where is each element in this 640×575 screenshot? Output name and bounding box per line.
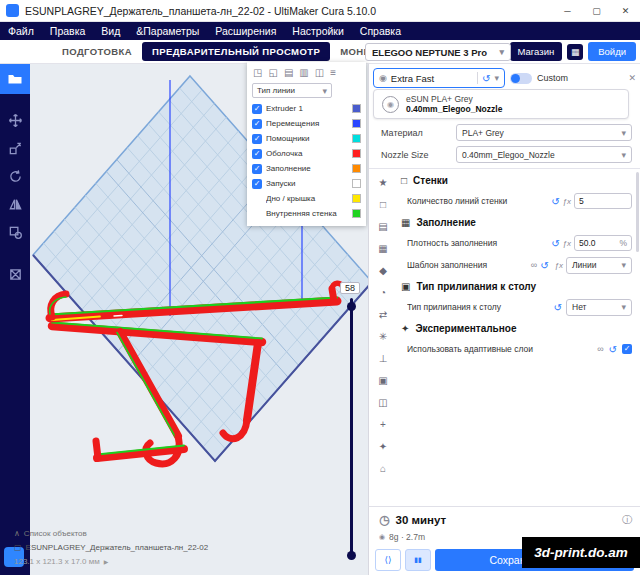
close-panel-icon[interactable]: ✕ bbox=[628, 73, 636, 83]
pause-button[interactable]: ▮▮ bbox=[405, 549, 431, 571]
color-swatch bbox=[352, 134, 361, 143]
setting-adhesion-type: Тип прилипания к столу ↺ Нет ▾ bbox=[407, 298, 632, 316]
menu-help[interactable]: Справка bbox=[360, 25, 401, 37]
category-icon-support[interactable]: ⊥ bbox=[379, 352, 388, 365]
per-model-settings-tool[interactable] bbox=[0, 218, 30, 246]
revert-icon[interactable]: ↺ bbox=[551, 238, 559, 249]
adhesion-type-dropdown[interactable]: Нет ▾ bbox=[566, 299, 632, 316]
custom-mode-toggle[interactable] bbox=[510, 73, 532, 84]
sign-in-button[interactable]: Войди bbox=[588, 42, 636, 61]
tool-sidebar bbox=[0, 64, 30, 575]
object-dimensions: 123.1 x 121.3 x 17.0 мм ▶ bbox=[14, 554, 208, 568]
info-icon[interactable]: ⓘ bbox=[622, 513, 632, 527]
legend-checkbox[interactable]: ✓ bbox=[252, 149, 262, 159]
color-scheme-selector[interactable]: Тип линии ▾ bbox=[252, 83, 332, 98]
object-list-item[interactable]: ▢ ESUNPLAGREY_Держатель_планшета-лн_22-0… bbox=[14, 540, 208, 554]
category-icon-cooling[interactable]: ✳ bbox=[379, 330, 387, 343]
menu-file[interactable]: Файл bbox=[8, 25, 34, 37]
infill-density-input[interactable]: 50.0 % bbox=[574, 235, 632, 251]
section-experimental[interactable]: ✦ Экспериментальное bbox=[401, 320, 630, 336]
category-icon-topbottom[interactable]: ▤ bbox=[378, 220, 387, 233]
support-blocker-tool[interactable] bbox=[0, 260, 30, 288]
panel-icon-4[interactable]: ▥ bbox=[299, 67, 308, 78]
preview-code-button[interactable]: ⟨⟩ bbox=[375, 549, 401, 571]
move-tool[interactable] bbox=[0, 106, 30, 134]
cura-window: ESUNPLAGREY_Держатель_планшета-лн_22-02 … bbox=[0, 0, 640, 575]
section-walls[interactable]: □ Стенки bbox=[401, 172, 630, 188]
rotate-icon bbox=[8, 169, 23, 184]
layer-slider-top-handle[interactable] bbox=[347, 302, 356, 311]
marketplace-button[interactable]: Магазин bbox=[510, 42, 563, 61]
legend-checkbox[interactable]: ✓ bbox=[252, 164, 262, 174]
menu-edit[interactable]: Правка bbox=[50, 25, 85, 37]
custom-label: Custom bbox=[537, 73, 568, 83]
object-list-header[interactable]: ∧ Список объектов bbox=[14, 526, 208, 540]
revert-icon[interactable]: ↺ bbox=[554, 302, 562, 313]
legend-checkbox[interactable]: ✓ bbox=[252, 179, 262, 189]
menu-settings[interactable]: &Параметры bbox=[136, 25, 199, 37]
section-infill[interactable]: ▦ Заполнение bbox=[401, 214, 630, 230]
profile-selector[interactable]: ◉ Extra Fast ↺ ▾ bbox=[373, 68, 505, 88]
panel-icon-6[interactable]: ≡ bbox=[330, 67, 336, 78]
mirror-tool[interactable] bbox=[0, 190, 30, 218]
fx-icon[interactable]: ƒx bbox=[563, 239, 571, 248]
layer-slider-track[interactable] bbox=[350, 298, 353, 556]
material-config-card[interactable]: ◉ eSUN PLA+ Grey 0.40mm_Elegoo_Nozzle bbox=[373, 89, 629, 119]
marketplace-grid-icon[interactable]: ▦ bbox=[567, 44, 583, 60]
legend-checkbox[interactable]: ✓ bbox=[252, 134, 262, 144]
support-blocker-icon bbox=[8, 267, 23, 282]
category-icon-dual[interactable]: ◫ bbox=[378, 396, 387, 409]
revert-icon[interactable]: ↺ bbox=[482, 73, 490, 84]
revert-icon[interactable]: ↺ bbox=[551, 196, 559, 207]
category-icon-travel[interactable]: ⇄ bbox=[379, 308, 387, 321]
panel-icon-2[interactable]: ◱ bbox=[268, 67, 277, 78]
menu-extensions[interactable]: Расширения bbox=[215, 25, 276, 37]
legend-row-shell: ✓ Оболочка bbox=[252, 147, 361, 160]
menu-view[interactable]: Вид bbox=[101, 25, 120, 37]
material-usage: ◉ 8g · 2.7m bbox=[379, 532, 425, 542]
legend-row-innerwall: Внутренняя стенка bbox=[252, 207, 361, 220]
infill-pattern-dropdown[interactable]: Линии ▾ bbox=[566, 257, 632, 274]
category-icon-walls[interactable]: □ bbox=[380, 198, 386, 211]
stage-preview[interactable]: ПРЕДВАРИТЕЛЬНЫЙ ПРОСМОТР bbox=[142, 42, 330, 61]
legend-checkbox[interactable]: ✓ bbox=[252, 104, 262, 114]
open-file-button[interactable] bbox=[0, 64, 30, 94]
title-bar: ESUNPLAGREY_Держатель_планшета-лн_22-02 … bbox=[0, 0, 640, 22]
chevron-down-icon: ▾ bbox=[621, 150, 626, 160]
stage-prepare[interactable]: ПОДГОТОВКА bbox=[52, 42, 142, 61]
category-icon-special[interactable]: ✦ bbox=[379, 440, 387, 453]
layer-slider-bottom-handle[interactable] bbox=[347, 551, 356, 560]
close-button[interactable]: ✕ bbox=[611, 0, 640, 21]
fx-icon[interactable]: ƒx bbox=[555, 261, 563, 270]
category-icon-infill[interactable]: ▦ bbox=[378, 242, 387, 255]
category-icon-experimental[interactable]: ⌂ bbox=[380, 462, 386, 475]
wall-count-input[interactable]: 5 bbox=[574, 193, 632, 209]
revert-icon[interactable]: ↺ bbox=[609, 344, 617, 355]
revert-icon[interactable]: ↺ bbox=[540, 260, 548, 271]
play-icon: ▶ bbox=[104, 558, 109, 565]
panel-icon-3[interactable]: ▤ bbox=[284, 67, 293, 78]
rotate-tool[interactable] bbox=[0, 162, 30, 190]
adaptive-layers-checkbox[interactable]: ✓ bbox=[622, 344, 632, 354]
category-icon-meshfix[interactable]: + bbox=[380, 418, 386, 431]
category-icon-speed[interactable]: ◔ bbox=[380, 286, 386, 299]
fx-icon[interactable]: ƒx bbox=[563, 197, 571, 206]
menu-preferences[interactable]: Настройки bbox=[292, 25, 344, 37]
chevron-down-icon: ▾ bbox=[322, 86, 327, 96]
section-adhesion[interactable]: ▣ Тип прилипания к столу bbox=[401, 278, 630, 294]
legend-checkbox[interactable]: ✓ bbox=[252, 119, 262, 129]
panel-icon-5[interactable]: ◫ bbox=[315, 67, 324, 78]
category-icon-favorites[interactable]: ★ bbox=[379, 176, 388, 189]
category-icon-material[interactable]: ◆ bbox=[379, 264, 387, 277]
settings-scrollbar[interactable] bbox=[636, 172, 639, 252]
panel-icon-1[interactable]: ◳ bbox=[253, 67, 262, 78]
nozzle-dropdown[interactable]: 0.40mm_Elegoo_Nozzle ▾ bbox=[456, 146, 632, 163]
category-icon-adhesion[interactable]: ▣ bbox=[378, 374, 387, 387]
minimize-button[interactable]: ─ bbox=[553, 0, 582, 21]
material-dropdown[interactable]: PLA+ Grey ▾ bbox=[456, 124, 632, 141]
app-icon bbox=[6, 4, 19, 17]
scale-tool[interactable] bbox=[0, 134, 30, 162]
maximize-button[interactable]: ▢ bbox=[582, 0, 611, 21]
legend-row-travels: ✓ Перемещения bbox=[252, 117, 361, 130]
printer-selector[interactable]: ELEGOO NEPTUNE 3 Pro ▾ bbox=[365, 43, 511, 61]
